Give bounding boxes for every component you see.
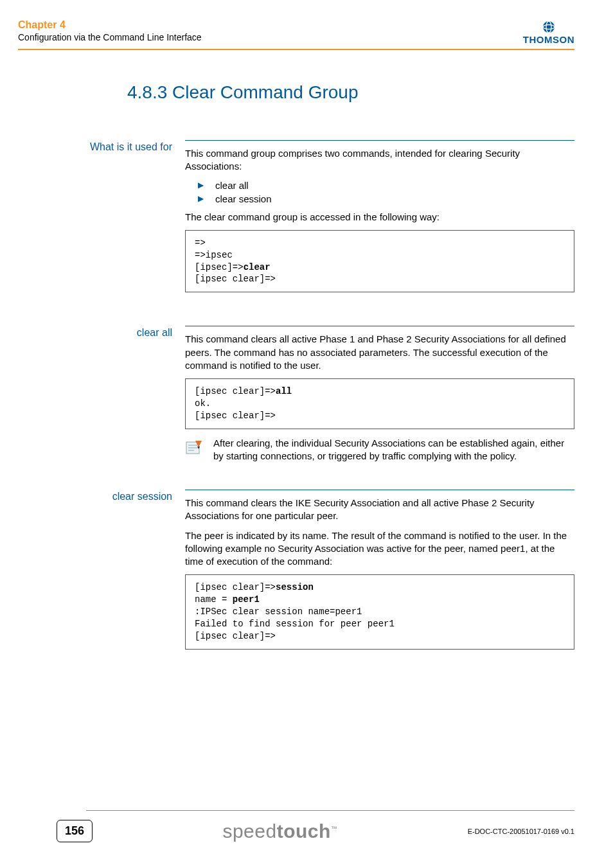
note-pencil-icon — [185, 438, 203, 456]
paragraph: This command clears the IKE Security Ass… — [185, 497, 574, 523]
page-title: 4.8.3 Clear Command Group — [127, 82, 574, 103]
code-bold: all — [276, 386, 292, 396]
section-rule — [185, 326, 574, 326]
code-box: [ipsec clear]=>session name = peer1 :IPS… — [185, 574, 574, 649]
code-pre: => =>ipsec [ipsec]=> — [195, 238, 244, 272]
header-text: Chapter 4 Configuration via the Command … — [18, 19, 523, 42]
code-rest: :IPSec clear session name=peer1 Failed t… — [195, 607, 395, 641]
code-post: [ipsec clear]=> — [195, 274, 276, 284]
code-l1-bold: session — [276, 582, 314, 592]
svg-point-0 — [543, 21, 555, 33]
intro-paragraph: This command group comprises two command… — [185, 147, 574, 173]
bullet-text: clear all — [215, 180, 249, 191]
document-id: E-DOC-CTC-20051017-0169 v0.1 — [468, 828, 574, 835]
paragraph: The peer is indicated by its name. The r… — [185, 529, 574, 569]
thomson-globe-icon — [542, 21, 556, 33]
section-body: This command group comprises two command… — [185, 135, 574, 299]
list-item: ▶ clear all — [198, 180, 574, 191]
section-clear-all: clear all This command clears all active… — [18, 321, 574, 463]
section-rule — [185, 490, 574, 490]
section-body: This command clears all active Phase 1 a… — [185, 321, 574, 463]
code-l2-bold: peer1 — [233, 594, 260, 605]
chapter-subtitle: Configuration via the Command Line Inter… — [18, 32, 523, 42]
note-text: After clearing, the individual Security … — [213, 437, 574, 463]
bullet-list: ▶ clear all ▶ clear session — [198, 180, 574, 204]
section-label: What is it used for — [18, 135, 185, 299]
footer-row: 156 speedtouch™ E-DOC-CTC-20051017-0169 … — [57, 820, 574, 842]
trademark-icon: ™ — [331, 825, 338, 832]
chapter-label: Chapter 4 — [18, 19, 523, 31]
paragraph: This command clears all active Phase 1 a… — [185, 333, 574, 372]
triangle-bullet-icon: ▶ — [198, 181, 204, 190]
code-l1-pre: [ipsec clear]=> — [195, 582, 276, 592]
brand-light: speed — [222, 820, 276, 842]
code-post: ok. [ipsec clear]=> — [195, 398, 276, 421]
code-box: => =>ipsec [ipsec]=>clear [ipsec clear]=… — [185, 230, 574, 293]
section-rule — [185, 140, 574, 141]
triangle-bullet-icon: ▶ — [198, 194, 204, 203]
page-footer: 156 speedtouch™ E-DOC-CTC-20051017-0169 … — [0, 810, 613, 842]
code-l2-pre: name = — [195, 594, 233, 605]
footer-rule — [86, 810, 574, 811]
page-header: Chapter 4 Configuration via the Command … — [18, 19, 574, 45]
brand-logo-text: THOMSON — [523, 34, 574, 45]
section-used-for: What is it used for This command group c… — [18, 135, 574, 299]
note-row: After clearing, the individual Security … — [185, 437, 574, 463]
section-clear-session: clear session This command clears the IK… — [18, 484, 574, 656]
page-number: 156 — [57, 820, 93, 842]
bullet-text: clear session — [215, 193, 272, 204]
header-rule — [18, 49, 574, 50]
access-paragraph: The clear command group is accessed in t… — [185, 211, 574, 224]
section-label: clear session — [18, 484, 185, 656]
code-box: [ipsec clear]=>all ok. [ipsec clear]=> — [185, 378, 574, 429]
brand-bold: touch — [277, 820, 331, 842]
section-label: clear all — [18, 321, 185, 463]
code-bold: clear — [244, 262, 271, 272]
speedtouch-brand: speedtouch™ — [222, 820, 337, 842]
section-body: This command clears the IKE Security Ass… — [185, 484, 574, 656]
code-pre: [ipsec clear]=> — [195, 386, 276, 396]
brand-logo: THOMSON — [523, 19, 574, 45]
list-item: ▶ clear session — [198, 193, 574, 204]
